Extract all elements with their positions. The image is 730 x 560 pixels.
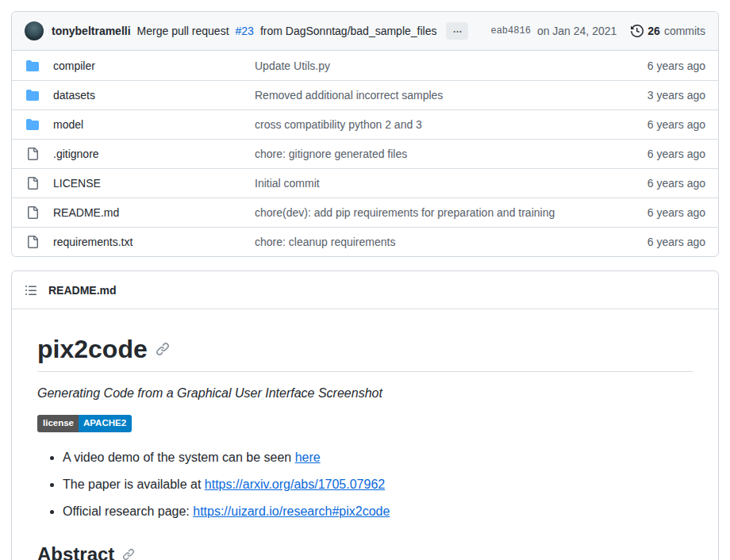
history-icon [631,25,644,37]
file-browser-card: tonybeltramelli Merge pull request #23 f… [11,11,719,257]
file-name-link[interactable]: model [53,118,244,131]
readme-file-title: README.md [48,284,117,297]
file-name-link[interactable]: datasets [53,89,244,102]
file-age: 6 years ago [618,206,705,219]
file-icon [26,236,42,248]
abstract-heading-text: Abstract [37,543,114,560]
file-row: datasets Removed additional incorrect sa… [12,80,718,109]
commit-meta: eab4816 on Jan 24, 2021 26 commits [490,25,705,37]
file-row: compiler Update Utils.py 6 years ago [12,51,718,80]
pr-number-link[interactable]: #23 [236,25,254,37]
commit-date: on Jan 24, 2021 [537,25,617,37]
file-age: 6 years ago [618,59,705,72]
file-commit-message-link[interactable]: Initial commit [255,177,607,190]
heading-anchor-link-icon[interactable] [122,548,135,560]
badge-label: license [37,415,79,432]
commit-history-link[interactable]: 26 commits [631,25,705,37]
arxiv-paper-link[interactable]: https://arxiv.org/abs/1705.07962 [205,478,385,491]
file-age: 6 years ago [618,148,705,160]
list-item: A video demo of the system can be seen h… [63,447,693,469]
file-icon [26,177,42,190]
readme-header: README.md [12,271,718,309]
badge-value: APACHE2 [79,415,132,432]
file-commit-message-link[interactable]: chore(dev): add pip requirements for pre… [255,206,607,219]
file-name-link[interactable]: requirements.txt [53,236,244,248]
folder-icon [26,118,42,131]
file-row: README.md chore(dev): add pip requiremen… [12,198,718,227]
file-commit-message-link[interactable]: Removed additional incorrect samples [255,89,607,102]
expand-commit-message-button[interactable]: … [446,22,468,40]
list-item: Official research page: https://uizard.i… [63,501,693,523]
file-commit-message-link[interactable]: chore: cleanup requirements [255,236,607,248]
readme-title-heading: pix2code [37,333,693,372]
file-icon [26,148,42,160]
file-row: LICENSE Initial commit 6 years ago [12,168,718,198]
file-row: requirements.txt chore: cleanup requirem… [12,227,718,256]
readme-card: README.md pix2code Generating Code from … [11,270,719,560]
folder-icon [26,59,42,72]
heading-anchor-link-icon[interactable] [156,342,170,356]
commits-label: commits [664,25,705,37]
abstract-heading: Abstract [37,543,693,560]
file-row: model cross compatibility python 2 and 3… [12,109,718,139]
list-unordered-icon[interactable] [25,284,37,297]
readme-subtitle: Generating Code from a Graphical User In… [37,386,693,401]
file-commit-message-link[interactable]: Update Utils.py [255,59,607,72]
commit-message-branch-link[interactable]: from DagSonntag/bad_sample_files [260,25,437,37]
author-avatar[interactable] [25,21,44,40]
file-row: .gitignore chore: gitignore generated fi… [12,139,718,168]
file-name-link[interactable]: .gitignore [53,148,244,160]
file-age: 3 years ago [618,89,705,102]
file-commit-message-link[interactable]: cross compatibility python 2 and 3 [255,118,607,131]
file-age: 6 years ago [618,118,705,131]
license-badge[interactable]: license APACHE2 [37,415,132,432]
bullet-text: A video demo of the system can be seen [63,451,295,464]
readme-title-text: pix2code [37,333,148,365]
folder-icon [26,89,42,102]
repo-page: tonybeltramelli Merge pull request #23 f… [0,0,730,560]
file-age: 6 years ago [618,177,705,190]
bullet-text: The paper is available at [63,478,205,491]
file-name-link[interactable]: README.md [53,206,244,219]
commits-count: 26 [647,25,660,37]
file-name-link[interactable]: compiler [53,59,244,72]
file-age: 6 years ago [618,236,705,248]
commit-sha-link[interactable]: eab4816 [490,25,530,36]
list-item: The paper is available at https://arxiv.… [63,474,693,496]
bullet-text: Official research page: [63,504,193,518]
readme-content: pix2code Generating Code from a Graphica… [12,309,718,560]
readme-bullet-list: A video demo of the system can be seen h… [37,447,693,523]
file-icon [26,206,42,219]
file-name-link[interactable]: LICENSE [53,177,244,190]
file-commit-message-link[interactable]: chore: gitignore generated files [255,148,607,160]
commit-author-link[interactable]: tonybeltramelli [52,25,131,37]
commit-message-link[interactable]: Merge pull request [137,25,229,37]
latest-commit-bar: tonybeltramelli Merge pull request #23 f… [12,12,718,51]
research-page-link[interactable]: https://uizard.io/research#pix2code [193,504,390,518]
video-demo-link[interactable]: here [295,451,321,464]
